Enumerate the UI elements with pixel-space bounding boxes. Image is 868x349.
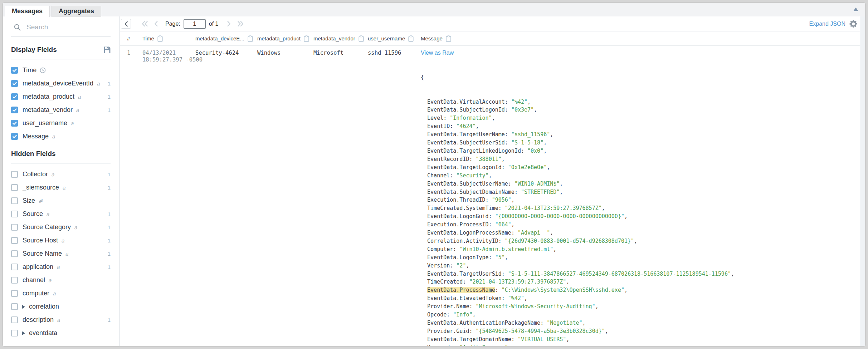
field-count: 1 [108,107,111,113]
expand-json-link[interactable]: Expand JSON [809,21,845,27]
unchecked-checkbox[interactable] [11,224,18,231]
checked-checkbox[interactable] [11,67,18,74]
checked-checkbox[interactable] [11,107,18,113]
unchecked-checkbox[interactable] [11,184,18,191]
hidden-fields-header: Hidden Fields [11,150,111,158]
field-item-time: Time [11,64,111,77]
field-item-application: applicationa1 [11,260,111,274]
clock-icon [40,67,46,73]
unchecked-checkbox[interactable] [11,277,18,284]
string-type-icon: a [57,264,60,270]
display-fields-header: Display Fields [11,46,111,54]
checked-checkbox[interactable] [11,133,18,140]
last-page-button[interactable] [237,21,244,27]
hidden-fields-title: Hidden Fields [11,150,56,158]
unchecked-checkbox[interactable] [11,211,18,217]
json-line: EventData.TargetLogonId: "0x1e2e8e0e", [421,163,860,172]
first-page-button[interactable] [141,21,148,27]
json-line: Level: "Information", [421,114,860,122]
json-value: "Audit Success" [459,344,508,346]
json-key: EventData.AuthenticationPackageName [427,320,540,326]
field-count: 1 [108,80,111,87]
json-line: EventData.ElevatedToken: "%42", [421,294,860,303]
field-label: Size [23,197,35,205]
copy-column-icon[interactable] [157,35,163,42]
collapse-sidebar-button[interactable] [121,19,131,29]
field-item-source-name: Source Namea1 [11,247,111,260]
field-item-channel: channela [11,274,111,287]
expand-triangle-icon[interactable] [22,331,25,335]
tab-aggregates[interactable]: Aggregates [52,6,101,17]
next-page-button[interactable] [227,21,231,27]
unchecked-checkbox[interactable] [11,171,18,178]
json-key: EventData.SubjectDomainName [427,189,515,195]
unchecked-checkbox[interactable] [11,197,18,204]
scroll-up-icon[interactable] [853,8,858,11]
unchecked-checkbox[interactable] [11,290,18,297]
copy-column-icon[interactable] [248,35,253,42]
copy-column-icon[interactable] [408,35,414,42]
save-fields-icon[interactable] [104,46,111,53]
copy-column-icon[interactable] [446,35,451,42]
expand-triangle-icon[interactable] [22,305,25,309]
json-key: Channel [427,172,450,179]
tab-messages[interactable]: Messages [5,6,50,17]
row-device-event-id: Security-4624 [195,50,257,56]
row-time: 04/13/2021 18:59:27.397 -0500 [142,50,195,63]
json-key: EventRecordID [427,156,469,162]
json-value: "STREETFRED" [521,189,560,195]
json-key: Correlation.ActivityID [427,238,498,244]
json-value: "Negotiate" [547,320,582,326]
json-line: Opcode: "Info", [421,311,860,319]
pagination-toolbar: Page: of 1 Expa [120,16,860,31]
unchecked-checkbox[interactable] [11,303,18,310]
field-label: channel [23,276,45,284]
copy-column-icon[interactable] [359,35,364,42]
field-label: user_username [23,119,67,127]
unchecked-checkbox[interactable] [11,237,18,244]
field-count: 1 [108,317,111,323]
row-vendor: Microsoft [313,50,368,56]
json-value: "9056" [492,197,511,203]
view-as-raw-link[interactable]: View as Raw [421,50,454,56]
string-type-icon: a [57,317,60,323]
hidden-fields-divider [11,163,111,163]
checked-checkbox[interactable] [11,120,18,127]
json-key: EventData.SubjectUserSid [427,139,505,146]
row-number: 1 [127,50,142,56]
json-line: Correlation.ActivityID: "{26d97430-0883-… [421,237,860,245]
json-line: EventRecordID: "388011", [421,155,860,163]
json-line: Execution.ProcessID: "664", [421,221,860,229]
json-value: "Information" [450,115,492,121]
copy-column-icon[interactable] [304,35,309,42]
field-item-computer: computera [11,287,111,300]
column-header-metadata-vendor: metadata_vendor [313,35,368,42]
unchecked-checkbox[interactable] [11,330,18,336]
field-label: application [23,263,53,271]
display-fields-title: Display Fields [11,46,57,54]
json-line: EventData.ProcessName: "C:\Windows\Syste… [421,286,860,294]
checked-checkbox[interactable] [11,80,18,87]
json-open-brace: { [421,73,860,82]
json-key: EventID [427,123,450,129]
search-input[interactable] [26,23,115,31]
json-key: EventData.SubjectUserName [427,181,508,187]
json-line: EventData.SubjectUserSid: "S-1-5-18", [421,139,860,147]
json-value: "Win10-Admin.b.streetfred.ml" [459,246,553,252]
checked-checkbox[interactable] [11,93,18,100]
prev-page-button[interactable] [154,21,158,27]
scrollbar-track[interactable] [860,16,865,346]
row-username: sshd_11596 [368,50,421,56]
json-value: "0x3e7" [511,107,534,113]
unchecked-checkbox[interactable] [11,316,18,323]
json-value: "%42" [511,99,527,105]
field-label: Time [23,67,36,74]
column-label: metadata_vendor [313,35,355,41]
json-key: EventData.LogonType [427,254,489,261]
page-input[interactable] [184,19,206,29]
settings-gear-icon[interactable] [849,20,857,28]
tab-bar: MessagesAggregates [3,3,865,16]
unchecked-checkbox[interactable] [11,264,18,270]
json-line: TimeCreated: "2021-04-13T23:59:27.397685… [421,278,860,286]
unchecked-checkbox[interactable] [11,250,18,257]
